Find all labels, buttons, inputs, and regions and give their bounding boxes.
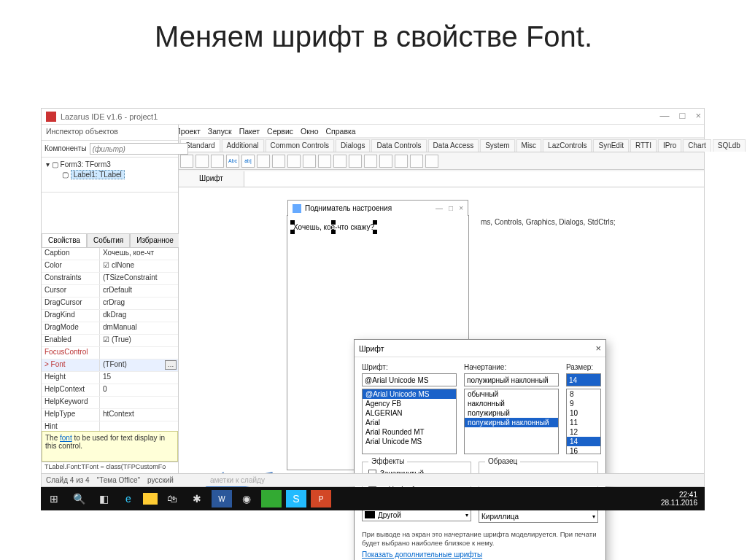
font-style-input[interactable] <box>464 373 559 386</box>
filter-input[interactable] <box>90 143 188 155</box>
property-row[interactable]: HelpKeyword <box>42 397 178 409</box>
list-item[interactable]: Arial Rounded MT <box>363 427 456 437</box>
ellipsis-button[interactable]: … <box>165 360 177 370</box>
property-tab[interactable]: Избранное <box>130 233 180 247</box>
search-icon[interactable]: 🔍 <box>69 490 89 508</box>
palette-tab[interactable]: Dialogs <box>336 139 370 152</box>
charset-combo[interactable]: Кириллица ▾ <box>479 510 598 523</box>
list-item[interactable]: 12 <box>567 427 600 437</box>
list-item[interactable]: ALGERIAN <box>363 408 456 418</box>
tool-icon[interactable] <box>364 155 377 168</box>
palette-tab[interactable]: Common Controls <box>266 139 335 152</box>
font-name-list[interactable]: @Arial Unicode MSAgency FBALGERIANArialA… <box>362 389 457 454</box>
tool-icon[interactable] <box>211 155 224 168</box>
menu-item[interactable]: Окно <box>301 127 318 136</box>
menu-item[interactable]: Проект <box>175 127 201 136</box>
palette-tab[interactable]: System <box>480 139 514 152</box>
font-size-list[interactable]: 891011121416 <box>566 389 601 454</box>
minimize-icon[interactable]: — <box>436 204 443 212</box>
list-item[interactable]: 11 <box>567 418 600 427</box>
list-item[interactable]: 8 <box>567 389 600 399</box>
property-tabs[interactable]: СвойстваСобытияИзбранное <box>42 233 178 248</box>
property-grid[interactable]: CaptionХочешь, кое-чтColorclNoneConstrai… <box>42 248 178 431</box>
windows-taskbar[interactable]: ⊞ 🔍 ◧ e 🛍 ✱ W ◉ S P 22:41 28.11.2016 <box>41 487 705 510</box>
tool-icon[interactable] <box>303 155 316 168</box>
palette-tab[interactable]: RTTI <box>630 139 657 152</box>
property-tab[interactable]: События <box>87 233 130 247</box>
palette-tab[interactable]: Misc <box>516 139 542 152</box>
property-row[interactable]: CaptionХочешь, кое-чт <box>42 248 178 260</box>
palette-tab[interactable]: LazControls <box>543 139 592 152</box>
start-button[interactable]: ⊞ <box>44 490 64 508</box>
close-icon[interactable]: × <box>695 110 701 121</box>
list-item[interactable]: наклонный <box>465 399 558 408</box>
chrome-icon[interactable]: ◉ <box>236 490 257 508</box>
tool-icon[interactable] <box>410 155 423 168</box>
list-item[interactable]: 10 <box>567 408 600 418</box>
property-row[interactable]: HelpTypehtContext <box>42 409 178 421</box>
palette-tab[interactable]: SQLdb <box>713 139 746 152</box>
tool-icon[interactable]: Abc <box>226 155 239 168</box>
component-tree[interactable]: ▾ ▢ Form3: TForm3 ▢ Label1: TLabel <box>42 158 178 192</box>
system-clock[interactable]: 22:41 28.11.2016 <box>661 491 702 507</box>
close-icon[interactable]: × <box>595 343 601 354</box>
app-icon[interactable] <box>261 490 282 508</box>
close-icon[interactable]: × <box>459 204 463 212</box>
pointer-tool-icon[interactable] <box>180 155 193 168</box>
property-row[interactable]: Hint <box>42 421 178 431</box>
list-item[interactable]: Arial Unicode MS <box>363 437 456 446</box>
property-tab[interactable]: Свойства <box>42 233 87 247</box>
list-item[interactable]: Arial <box>363 418 456 427</box>
tool-icon[interactable] <box>257 155 270 168</box>
property-row[interactable]: Constraints(TSizeConstraint <box>42 273 178 285</box>
powerpoint-icon[interactable]: P <box>311 490 331 508</box>
property-row[interactable]: CursorcrDefault <box>42 285 178 298</box>
menu-item[interactable]: Пакет <box>239 127 260 136</box>
property-row[interactable]: DragKinddkDrag <box>42 310 178 322</box>
explorer-icon[interactable] <box>143 493 158 505</box>
font-name-input[interactable] <box>362 373 457 386</box>
tree-selected[interactable]: Label1: TLabel <box>71 170 125 179</box>
menu-item[interactable]: Сервис <box>267 127 293 136</box>
list-item[interactable]: 16 <box>567 446 600 454</box>
more-fonts-link[interactable]: Показать дополнительные шрифты <box>362 551 482 559</box>
tree-root[interactable]: Form3: TForm3 <box>61 160 111 168</box>
list-item[interactable]: полужирный наклонный <box>465 418 558 427</box>
tool-icon[interactable] <box>196 155 209 168</box>
menu-item[interactable]: Справка <box>325 127 355 136</box>
property-row[interactable]: DragCursorcrDrag <box>42 298 178 310</box>
task-view-icon[interactable]: ◧ <box>93 490 114 508</box>
property-row[interactable]: DragModedmManual <box>42 322 178 335</box>
list-item[interactable]: полужирный <box>465 408 558 418</box>
list-item[interactable]: Agency FB <box>363 399 456 408</box>
palette-tab[interactable]: Additional <box>222 139 264 152</box>
tool-icon[interactable] <box>425 155 438 168</box>
palette-tab[interactable]: SynEdit <box>593 139 628 152</box>
palette-tab[interactable]: Data Controls <box>371 139 426 152</box>
property-row[interactable]: Height15 <box>42 372 178 384</box>
designer-tab[interactable]: Шрифт <box>179 171 244 187</box>
maximize-icon[interactable]: □ <box>680 110 686 121</box>
font-style-list[interactable]: обычныйнаклонныйполужирныйполужирный нак… <box>464 389 559 454</box>
palette-tab[interactable]: IPro <box>658 139 681 152</box>
palette-tab[interactable]: Data Access <box>428 139 479 152</box>
property-row[interactable]: > Font(TFont)… <box>42 359 178 372</box>
menu-item[interactable]: Запуск <box>208 127 232 136</box>
tool-icon[interactable] <box>318 155 331 168</box>
minimize-icon[interactable]: — <box>660 110 670 121</box>
skype-icon[interactable]: S <box>286 490 306 508</box>
property-row[interactable]: FocusControl <box>42 347 178 359</box>
edge-icon[interactable]: e <box>118 490 139 508</box>
property-row[interactable]: HelpContext0 <box>42 384 178 397</box>
tool-icon[interactable] <box>287 155 301 168</box>
selected-label[interactable]: Хочешь, кое-что скажу? <box>293 223 374 231</box>
property-row[interactable]: Enabled(True) <box>42 335 178 347</box>
lazarus-taskbar-icon[interactable]: ✱ <box>187 490 207 508</box>
font-size-input[interactable] <box>566 373 601 386</box>
tool-icon[interactable] <box>333 155 347 168</box>
maximize-icon[interactable]: □ <box>449 204 453 212</box>
property-row[interactable]: ColorclNone <box>42 260 178 273</box>
list-item[interactable]: 9 <box>567 399 600 408</box>
palette-tab[interactable]: Chart <box>683 139 711 152</box>
help-link[interactable]: font <box>60 434 72 442</box>
